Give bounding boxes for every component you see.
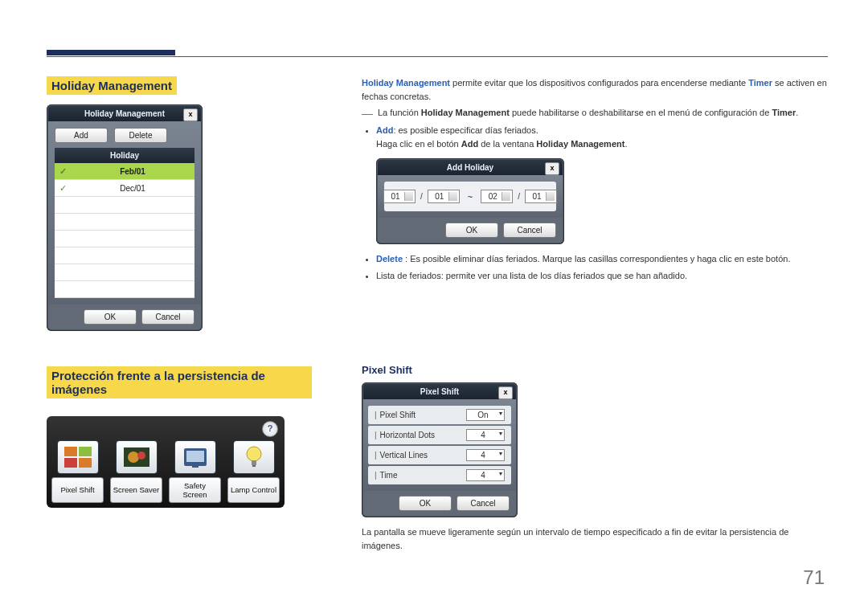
- ok-button[interactable]: OK: [445, 223, 498, 238]
- term-delete: Delete: [376, 254, 403, 264]
- pixel-shift-dropdown[interactable]: On: [466, 409, 505, 421]
- add-sub-win: Holiday Management: [536, 139, 624, 149]
- close-icon[interactable]: x: [498, 386, 513, 399]
- svg-point-7: [128, 452, 139, 463]
- svg-rect-10: [186, 451, 204, 462]
- svg-rect-11: [192, 466, 199, 468]
- term-add: Add: [376, 125, 393, 135]
- cancel-button[interactable]: Cancel: [457, 496, 510, 511]
- table-row: [55, 281, 194, 298]
- lamp-control-tile[interactable]: Lamp Control: [227, 440, 280, 503]
- table-row: [55, 264, 194, 281]
- slash: /: [420, 192, 423, 201]
- protection-toolbar: ? Pixel Shift Screen Saver: [47, 416, 285, 508]
- lamp-control-icon: [233, 440, 275, 474]
- tile-label: Lamp Control: [227, 477, 280, 503]
- holiday-date: Feb/01: [71, 167, 194, 176]
- label-text: Horizontal Dots: [380, 431, 435, 439]
- label-text: Pixel Shift: [380, 411, 416, 419]
- horizontal-rule: [47, 56, 828, 57]
- to-day-spinner[interactable]: 01: [525, 190, 557, 203]
- close-icon[interactable]: x: [545, 162, 559, 175]
- from-month-spinner[interactable]: 01: [383, 190, 416, 203]
- safety-screen-icon: [174, 440, 216, 474]
- note-dash-icon: ―: [362, 108, 373, 119]
- delete-desc: : Es posible eliminar días feriados. Mar…: [403, 254, 790, 264]
- table-row[interactable]: ✓ Dec/01: [55, 180, 194, 197]
- svg-rect-13: [252, 460, 256, 465]
- svg-rect-14: [252, 465, 256, 467]
- svg-point-8: [137, 452, 145, 460]
- safety-screen-tile[interactable]: Safety Screen: [169, 440, 221, 503]
- bullet-delete: Delete : Es posible eliminar días feriad…: [376, 252, 828, 266]
- ok-button[interactable]: OK: [84, 309, 137, 325]
- setting-row-horizontal: |Horizontal Dots 4: [368, 426, 511, 444]
- cancel-button[interactable]: Cancel: [141, 309, 194, 325]
- tile-label: Pixel Shift: [51, 477, 104, 503]
- checkbox-icon[interactable]: ✓: [55, 183, 71, 194]
- svg-rect-3: [79, 458, 92, 468]
- dialog-title-text: Holiday Management: [84, 109, 165, 118]
- tile-label: Screen Saver: [110, 477, 162, 503]
- bullet-add: Add: es posible especificar días feriado…: [376, 124, 828, 150]
- dialog-title: Pixel Shift x: [363, 384, 516, 399]
- intro-paragraph: Holiday Management permite evitar que lo…: [362, 76, 828, 103]
- setting-label: |Pixel Shift: [375, 411, 416, 419]
- heading-pixel-shift: Pixel Shift: [362, 364, 828, 376]
- time-dropdown[interactable]: 4: [466, 469, 505, 481]
- term-holiday-management: Holiday Management: [362, 78, 450, 88]
- dialog-title-text: Pixel Shift: [420, 387, 459, 396]
- add-button[interactable]: Add: [55, 128, 108, 143]
- vertical-dropdown[interactable]: 4: [466, 449, 505, 461]
- add-sub-pre: Haga clic en el botón: [376, 139, 461, 149]
- note-line: ― La función Holiday Management puede ha…: [362, 108, 828, 119]
- add-sub-end: .: [624, 139, 627, 149]
- setting-row-vertical: |Vertical Lines 4: [368, 446, 511, 464]
- setting-row-pixel-shift: |Pixel Shift On: [368, 406, 511, 424]
- intro-text: permite evitar que los dispositivos conf…: [450, 78, 748, 88]
- add-sub-btn: Add: [461, 139, 478, 149]
- note-end: .: [796, 108, 798, 117]
- heading-holiday-management: Holiday Management: [47, 76, 177, 95]
- tile-label: Safety Screen: [169, 477, 221, 503]
- table-row: [55, 247, 194, 264]
- close-icon[interactable]: x: [183, 108, 198, 121]
- cancel-button[interactable]: Cancel: [503, 223, 556, 238]
- svg-point-12: [247, 447, 261, 461]
- table-row: [55, 231, 194, 247]
- label-text: Vertical Lines: [380, 451, 428, 460]
- header-accent-bar: [47, 50, 175, 55]
- pixel-shift-dialog: Pixel Shift x |Pixel Shift On |Horizonta…: [362, 382, 518, 517]
- dialog-title: Add Holiday x: [378, 160, 563, 175]
- help-icon[interactable]: ?: [262, 421, 278, 437]
- slash: /: [518, 192, 520, 201]
- label-text: Time: [380, 471, 398, 480]
- pixel-desc: La pantalla se mueve ligeramente según u…: [362, 525, 828, 552]
- svg-rect-2: [64, 458, 77, 468]
- from-day-spinner[interactable]: 01: [428, 190, 460, 203]
- screen-saver-icon: [116, 440, 158, 474]
- svg-rect-1: [79, 447, 92, 456]
- to-month-spinner[interactable]: 02: [481, 190, 513, 203]
- pixel-shift-tile[interactable]: Pixel Shift: [51, 440, 104, 503]
- note-timer-term: Timer: [772, 108, 796, 117]
- add-desc: : es posible especificar días feriados.: [393, 125, 538, 135]
- note-text: La función Holiday Management puede habi…: [378, 108, 798, 117]
- page-number: 71: [803, 566, 825, 589]
- ok-button[interactable]: OK: [399, 496, 452, 511]
- horizontal-dropdown[interactable]: 4: [466, 429, 505, 441]
- dialog-title-text: Add Holiday: [447, 163, 493, 172]
- holiday-date: Dec/01: [71, 184, 194, 193]
- screen-saver-tile[interactable]: Screen Saver: [110, 440, 162, 503]
- bullet-list: Lista de feriados: permite ver una lista…: [376, 269, 828, 283]
- table-row[interactable]: ✓ Feb/01: [55, 163, 194, 180]
- heading-protection: Protección frente a la persistencia de i…: [47, 366, 312, 398]
- delete-button[interactable]: Delete: [114, 128, 167, 143]
- svg-rect-0: [64, 447, 77, 456]
- range-separator: ~: [465, 192, 476, 202]
- setting-label: |Time: [375, 471, 397, 480]
- add-holiday-dialog: Add Holiday x 01 / 01 ~ 02 / 01 OK Cance…: [376, 158, 564, 244]
- checkbox-icon[interactable]: ✓: [55, 166, 71, 177]
- holiday-table: Holiday ✓ Feb/01 ✓ Dec/01: [55, 148, 194, 298]
- dialog-title: Holiday Management x: [48, 106, 201, 121]
